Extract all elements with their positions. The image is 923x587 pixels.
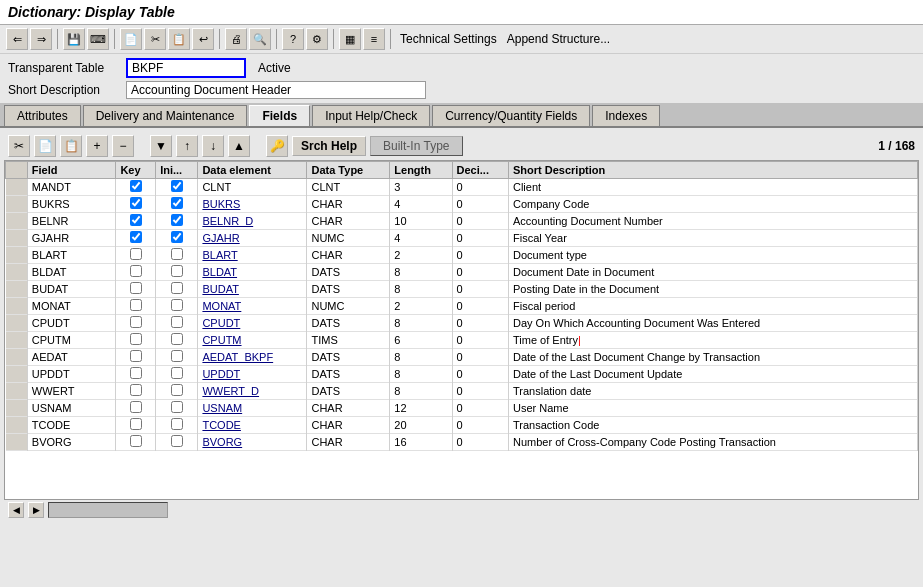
key-checkbox-cell[interactable] (116, 383, 156, 400)
srch-help-btn[interactable]: Srch Help (292, 136, 366, 156)
data-element-cell[interactable]: BLDAT (198, 264, 307, 281)
key-checkbox-cell[interactable] (116, 417, 156, 434)
ini-checkbox-cell[interactable] (156, 230, 198, 247)
ini-checkbox[interactable] (171, 333, 183, 345)
settings-btn[interactable]: ⚙ (306, 28, 328, 50)
data-element-link[interactable]: BLDAT (202, 266, 237, 278)
key-checkbox[interactable] (130, 214, 142, 226)
sort-asc-icon-btn[interactable]: ↑ (176, 135, 198, 157)
tab-indexes[interactable]: Indexes (592, 105, 660, 126)
key-checkbox[interactable] (130, 180, 142, 192)
data-element-cell[interactable]: TCODE (198, 417, 307, 434)
help-btn[interactable]: ? (282, 28, 304, 50)
save-btn[interactable]: 💾 (63, 28, 85, 50)
ini-checkbox[interactable] (171, 384, 183, 396)
key-checkbox[interactable] (130, 231, 142, 243)
data-element-link[interactable]: CPUDT (202, 317, 240, 329)
key-checkbox-cell[interactable] (116, 281, 156, 298)
tab-attributes[interactable]: Attributes (4, 105, 81, 126)
ini-checkbox[interactable] (171, 180, 183, 192)
copy-btn[interactable]: 📄 (120, 28, 142, 50)
ini-checkbox-cell[interactable] (156, 400, 198, 417)
data-element-cell[interactable]: BUDAT (198, 281, 307, 298)
key-checkbox-cell[interactable] (116, 400, 156, 417)
forward-btn[interactable]: ⇒ (30, 28, 52, 50)
key-checkbox-cell[interactable] (116, 264, 156, 281)
data-element-link[interactable]: CPUTM (202, 334, 241, 346)
ini-checkbox[interactable] (171, 435, 183, 447)
key-checkbox[interactable] (130, 282, 142, 294)
data-element-link[interactable]: USNAM (202, 402, 242, 414)
key-checkbox-cell[interactable] (116, 315, 156, 332)
ini-checkbox[interactable] (171, 265, 183, 277)
data-element-link[interactable]: BELNR_D (202, 215, 253, 227)
ini-checkbox[interactable] (171, 299, 183, 311)
list-btn[interactable]: ≡ (363, 28, 385, 50)
ini-checkbox-cell[interactable] (156, 264, 198, 281)
key-checkbox-cell[interactable] (116, 230, 156, 247)
find-btn[interactable]: 🔍 (249, 28, 271, 50)
tab-delivery-and-maintenance[interactable]: Delivery and Maintenance (83, 105, 248, 126)
filter-icon-btn[interactable]: ▼ (150, 135, 172, 157)
ini-checkbox[interactable] (171, 231, 183, 243)
ini-checkbox-cell[interactable] (156, 417, 198, 434)
key-checkbox[interactable] (130, 401, 142, 413)
ini-checkbox-cell[interactable] (156, 213, 198, 230)
scroll-right-btn[interactable]: ▶ (28, 502, 44, 518)
data-element-cell[interactable]: AEDAT_BKPF (198, 349, 307, 366)
copy-icon-btn[interactable]: 📄 (34, 135, 56, 157)
paste-icon-btn[interactable]: 📋 (60, 135, 82, 157)
delete-icon-btn[interactable]: − (112, 135, 134, 157)
ini-checkbox-cell[interactable] (156, 349, 198, 366)
key-checkbox[interactable] (130, 367, 142, 379)
data-element-link[interactable]: BVORG (202, 436, 242, 448)
ini-checkbox[interactable] (171, 350, 183, 362)
data-element-link[interactable]: MONAT (202, 300, 241, 312)
data-element-link[interactable]: BUKRS (202, 198, 240, 210)
key-checkbox[interactable] (130, 350, 142, 362)
data-element-cell[interactable]: USNAM (198, 400, 307, 417)
undo-btn[interactable]: ↩ (192, 28, 214, 50)
key-checkbox-cell[interactable] (116, 179, 156, 196)
technical-settings-btn[interactable]: Technical Settings (396, 30, 501, 48)
move-up-icon-btn[interactable]: ▲ (228, 135, 250, 157)
data-element-link[interactable]: GJAHR (202, 232, 239, 244)
key-checkbox[interactable] (130, 418, 142, 430)
ini-checkbox-cell[interactable] (156, 298, 198, 315)
ini-checkbox[interactable] (171, 401, 183, 413)
key-checkbox[interactable] (130, 384, 142, 396)
data-element-cell[interactable]: BUKRS (198, 196, 307, 213)
data-element-cell[interactable]: MONAT (198, 298, 307, 315)
built-in-type-btn[interactable]: Built-In Type (370, 136, 462, 156)
ini-checkbox[interactable] (171, 418, 183, 430)
sort-desc-icon-btn[interactable]: ↓ (202, 135, 224, 157)
key-icon-btn[interactable]: 🔑 (266, 135, 288, 157)
key-checkbox-cell[interactable] (116, 366, 156, 383)
data-element-cell[interactable]: BLART (198, 247, 307, 264)
key-checkbox[interactable] (130, 197, 142, 209)
data-element-link[interactable]: BLART (202, 249, 237, 261)
key-checkbox-cell[interactable] (116, 213, 156, 230)
add-icon-btn[interactable]: + (86, 135, 108, 157)
key-checkbox-cell[interactable] (116, 349, 156, 366)
key-checkbox-cell[interactable] (116, 247, 156, 264)
data-element-link[interactable]: UPDDT (202, 368, 240, 380)
key-checkbox[interactable] (130, 435, 142, 447)
paste-btn[interactable]: 📋 (168, 28, 190, 50)
key-checkbox-cell[interactable] (116, 196, 156, 213)
data-element-cell[interactable]: GJAHR (198, 230, 307, 247)
grid-btn[interactable]: ▦ (339, 28, 361, 50)
print-btn[interactable]: 🖨 (225, 28, 247, 50)
key-checkbox[interactable] (130, 333, 142, 345)
append-structure-btn[interactable]: Append Structure... (503, 30, 614, 48)
tab-fields[interactable]: Fields (249, 105, 310, 126)
ini-checkbox[interactable] (171, 367, 183, 379)
ini-checkbox[interactable] (171, 197, 183, 209)
ini-checkbox-cell[interactable] (156, 179, 198, 196)
data-element-cell[interactable]: CLNT (198, 179, 307, 196)
data-element-link[interactable]: BUDAT (202, 283, 238, 295)
key-checkbox-cell[interactable] (116, 434, 156, 451)
ini-checkbox[interactable] (171, 214, 183, 226)
data-element-link[interactable]: WWERT_D (202, 385, 259, 397)
ini-checkbox-cell[interactable] (156, 315, 198, 332)
